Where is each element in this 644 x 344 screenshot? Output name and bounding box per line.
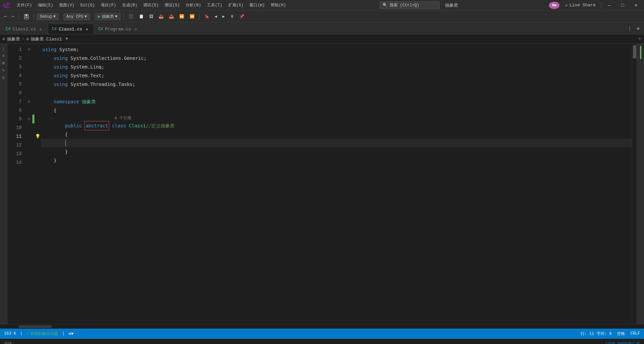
breadcrumb-namespace[interactable]: 抽象类	[7, 36, 20, 42]
code-area[interactable]: using System; using System.Collections.G…	[41, 44, 632, 324]
breadcrumb-add[interactable]: +	[638, 36, 641, 42]
redo-button[interactable]: ↪	[10, 13, 16, 20]
code-line-8[interactable]: {	[41, 106, 632, 115]
menu-extensions[interactable]: 扩展(X)	[226, 1, 246, 9]
menu-debug[interactable]: 调试(D)	[141, 1, 161, 9]
tab-list-button[interactable]: ⋮	[626, 25, 634, 32]
menu-test[interactable]: 测试(S)	[162, 1, 183, 9]
nav-pause-button[interactable]: ⏸	[228, 13, 236, 20]
tab-program-icon: C#	[98, 27, 103, 31]
svg-rect-3	[25, 17, 28, 18]
activity-icon-1[interactable]: ↕	[2, 46, 5, 51]
lb-11[interactable]: 💡	[34, 132, 41, 141]
spaces-label[interactable]: 空格	[617, 331, 625, 337]
line-num-8: 8	[7, 106, 26, 115]
line-col[interactable]: 行: 11 字符: 9	[581, 331, 612, 337]
live-share-icon: ↗	[565, 3, 568, 8]
save-all-button[interactable]	[22, 13, 31, 20]
code-line-11[interactable]	[41, 139, 632, 147]
code-line-13[interactable]: }	[41, 156, 632, 165]
nav-fwd-button[interactable]: ▶	[220, 13, 227, 20]
tab-class2-close[interactable]: ✕	[38, 26, 43, 32]
activity-icon-4[interactable]: ✎	[2, 68, 5, 73]
tab-class1[interactable]: C# Class1.cs ✕	[48, 24, 94, 34]
status-bar: 163 % | ✓ 未找到相关问题 | ⚙▼ 行: 11 字符: 9 空格 CR…	[0, 329, 644, 339]
code-line-4[interactable]: using System.Text;	[41, 71, 632, 80]
pin-button[interactable]: 📌	[237, 13, 246, 20]
menu-file[interactable]: 文件(F)	[14, 1, 35, 9]
menu-analyze[interactable]: 分析(N)	[183, 1, 204, 9]
tab-class1-close[interactable]: ✕	[84, 26, 89, 32]
breadcrumb-expand[interactable]: ▼	[65, 36, 68, 41]
code-line-9[interactable]: public abstract class Class1//定义抽象类	[41, 121, 632, 130]
maximize-button[interactable]: □	[617, 0, 628, 11]
no-issues[interactable]: ✓ 未找到相关问题	[26, 331, 58, 337]
collapse-icon-9[interactable]: ⊟	[27, 117, 31, 121]
activity-icon-5[interactable]: ⊡	[2, 75, 5, 81]
activity-icon-3[interactable]: ⊞	[2, 61, 5, 66]
indent-10	[26, 123, 32, 132]
line-ending[interactable]: CRLF	[630, 331, 640, 336]
code-line-5[interactable]: using System.Threading.Tasks;	[41, 80, 632, 89]
undo-button[interactable]: ↩	[2, 13, 8, 20]
lb-2	[34, 54, 41, 63]
code-line-12[interactable]: }	[41, 147, 632, 156]
collapse-9[interactable]: ⊟	[26, 115, 32, 123]
tab-class2[interactable]: C# Class2.cs ✕	[1, 24, 48, 34]
breadcrumb-classname[interactable]: 抽象类.Class1	[31, 36, 62, 42]
collapse-icon-1[interactable]: ⊟	[27, 47, 31, 51]
collapse-icon-7[interactable]: ⊟	[27, 100, 31, 104]
toolbar-btn-7[interactable]: ⏪	[188, 13, 197, 20]
toolbar-btn-4[interactable]: 📤	[157, 13, 166, 20]
activity-bar: ↕ ≡ ⊞ ✎ ⊡	[0, 44, 7, 324]
menu-tools[interactable]: 工具(T)	[204, 1, 225, 9]
collapse-7[interactable]: ⊟	[26, 97, 32, 106]
bookmark-button[interactable]: 🔖	[202, 13, 211, 20]
toolbar-btn-1[interactable]: ⬛	[127, 13, 136, 20]
toolbar-btn-2[interactable]: 📋	[137, 13, 146, 20]
activity-icon-2[interactable]: ≡	[2, 53, 5, 59]
toolbar-btn-6[interactable]: ⏩	[177, 13, 186, 20]
user-avatar[interactable]: MW	[549, 2, 560, 9]
menu-edit[interactable]: 编辑(E)	[35, 1, 56, 9]
tab-program[interactable]: C# Program.cs ✕	[94, 24, 143, 34]
filter-icon[interactable]: ⚙▼	[69, 331, 73, 336]
collapse-1[interactable]: ⊟	[26, 45, 32, 54]
minimize-button[interactable]: —	[604, 0, 615, 11]
menu-window[interactable]: 窗口(W)	[247, 1, 267, 9]
menu-git[interactable]: Git(G)	[78, 2, 97, 9]
scrollbar-thumb[interactable]	[633, 45, 636, 59]
horizontal-scrollbar[interactable]	[0, 324, 644, 329]
code-line-3[interactable]: using System.Linq;	[41, 63, 632, 71]
scrollbar-track[interactable]	[632, 44, 637, 324]
indent-12	[26, 141, 32, 149]
menu-build[interactable]: 生成(B)	[120, 1, 140, 9]
code-line-1[interactable]: using System;	[41, 45, 632, 54]
code-line-10[interactable]: {	[41, 130, 632, 139]
search-box[interactable]: 🔍 搜索 (Ctrl+Q)	[380, 1, 440, 9]
live-share-button[interactable]: ↗ Live Share	[562, 1, 598, 9]
code-line-14[interactable]	[41, 165, 632, 174]
lightbulb-icon[interactable]: 💡	[35, 134, 40, 139]
settings-button[interactable]: ⚙	[635, 25, 641, 32]
lb-8	[34, 106, 41, 115]
zoom-level[interactable]: 163 %	[4, 331, 16, 336]
start-button[interactable]: ▶ 抽象类 ▼	[94, 13, 121, 20]
hscroll-thumb[interactable]	[18, 325, 52, 328]
code-line-7[interactable]: namespace 抽象类	[41, 97, 632, 106]
nav-back-button[interactable]: ◀	[213, 13, 219, 20]
close-button[interactable]: ✕	[631, 0, 641, 11]
lb-4	[34, 71, 41, 80]
kw-public: public	[65, 121, 82, 130]
no-change-5	[32, 80, 34, 89]
debug-config-dropdown[interactable]: Debug ▼	[37, 13, 58, 20]
code-line-2[interactable]: using System.Collections.Generic;	[41, 54, 632, 63]
menu-help[interactable]: 帮助(H)	[268, 1, 289, 9]
toolbar-btn-3[interactable]: 🖼	[147, 13, 155, 20]
tab-program-close[interactable]: ✕	[133, 26, 139, 32]
code-line-6[interactable]	[41, 89, 632, 97]
menu-project[interactable]: 项目(P)	[98, 1, 119, 9]
toolbar-btn-5[interactable]: 📥	[167, 13, 176, 20]
platform-dropdown[interactable]: Any CPU ▼	[63, 13, 90, 20]
menu-view[interactable]: 视图(V)	[56, 1, 77, 9]
